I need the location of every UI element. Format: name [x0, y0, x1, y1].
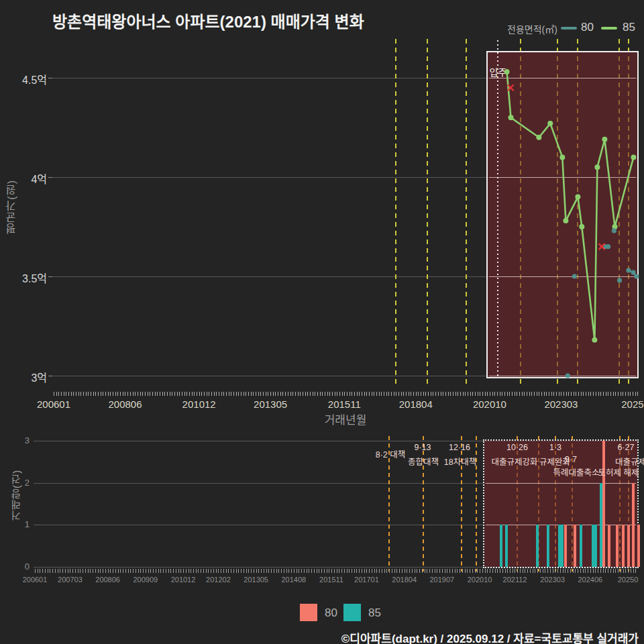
volume-x-tick-label: 202406: [570, 576, 610, 584]
policy-annotation: 종합대책: [408, 455, 439, 468]
volume-bar: [622, 525, 625, 567]
volume-x-tick-label: 202303: [533, 576, 573, 584]
volume-bar: [536, 525, 539, 567]
volume-bar: [580, 525, 582, 567]
volume-x-tick-label: 202112: [494, 576, 535, 584]
volume-bar: [600, 483, 602, 567]
volume-y-tick-label: 0: [0, 561, 30, 572]
legend-bottom-item-label: 85: [368, 606, 381, 620]
volume-x-tick-label: 201511: [311, 576, 352, 584]
legend-bottom-item-label: 80: [325, 606, 337, 620]
volume-x-tick-label: 201701: [346, 576, 386, 584]
policy-annotation: 1·3: [549, 443, 561, 452]
volume-bar: [632, 483, 635, 567]
volume-x-tick-label: 201012: [163, 576, 203, 584]
policy-annotation: 대출규제강화: [491, 455, 537, 468]
volume-x-tick-label: 201305: [236, 576, 276, 584]
volume-x-tick-label: 201408: [274, 576, 314, 584]
volume-x-tick-label: 201202: [198, 576, 238, 584]
volume-bar: [602, 441, 605, 567]
policy-annotation: 6·27: [617, 443, 634, 452]
legend-bottom-swatch-80: [300, 604, 317, 621]
chart-page: 방촌역태왕아너스 아파트(2021) 매매가격 변화 전용면적(㎡) 8085 …: [0, 0, 644, 644]
volume-x-tick-label: 201907: [422, 576, 462, 584]
volume-x-tick-label: 201804: [384, 576, 425, 584]
policy-annotation: 18차대책: [444, 455, 476, 468]
policy-annotation: 8·2 대책: [376, 447, 406, 460]
volume-bar: [561, 525, 564, 567]
volume-bar: [637, 525, 640, 567]
volume-bar: [627, 525, 630, 567]
volume-x-tick-label: 200703: [50, 576, 90, 584]
volume-x-tick-label: 20250: [608, 576, 644, 584]
volume-bar: [505, 525, 508, 567]
volume-bar: [574, 525, 576, 567]
policy-annotation: 대출규제: [615, 455, 644, 468]
volume-x-tick-label: 200806: [88, 576, 128, 584]
footer-credit: ©디아파트(dapt.kr) / 2025.09.12 / 자료=국토교통부 실…: [341, 629, 639, 644]
volume-x-tick-label: 202010: [460, 576, 500, 584]
volume-y-tick-label: 1: [0, 519, 30, 529]
volume-y-tick-label: 3: [0, 435, 30, 445]
policy-annotation: 9·13: [414, 443, 431, 452]
policy-annotation: 특례대출축소: [553, 466, 599, 478]
volume-x-tick-label: 200909: [125, 576, 166, 584]
policy-annotation: 10·26: [506, 443, 528, 452]
policy-annotation: 9·7: [565, 455, 577, 464]
legend-bottom-swatch-85: [343, 604, 361, 621]
volume-bar: [594, 525, 597, 567]
volume-bar: [608, 525, 610, 567]
policy-annotation: 12·16: [449, 443, 470, 452]
volume-bar: [616, 525, 619, 567]
volume-bar: [564, 525, 567, 567]
volume-x-tick-label: 200601: [15, 576, 55, 584]
volume-chart: 거래량(건) 01238·2 대책9·13종합대책12·1618차대책10·26…: [0, 0, 644, 644]
volume-x-tick-strip: [35, 569, 637, 573]
volume-bar: [547, 525, 549, 567]
volume-y-tick-label: 2: [0, 478, 30, 488]
volume-bar: [500, 525, 502, 567]
